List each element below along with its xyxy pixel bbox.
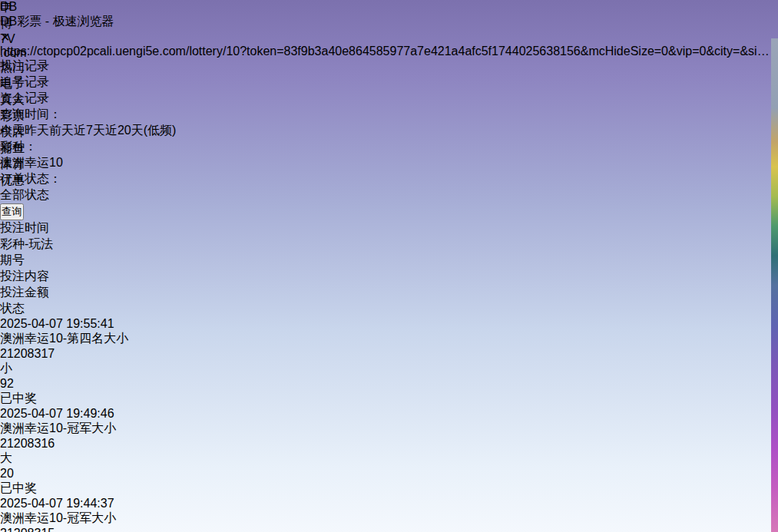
table-header: 投注时间彩种-玩法期号投注内容投注金额状态 <box>0 220 778 317</box>
header-cell: 期号 <box>0 253 778 269</box>
brand-logo[interactable]: 申 博 7V .com <box>0 0 778 60</box>
header-cell: 投注内容 <box>0 269 778 285</box>
table-row: 2025-04-07 19:49:46澳洲幸运10-冠军大小21208316大2… <box>0 407 778 497</box>
brand-sub-text: .com <box>0 46 778 60</box>
nav-item[interactable]: 电子 <box>0 76 778 92</box>
status-select[interactable]: 全部状态 <box>0 187 778 203</box>
header-cell: 状态 <box>0 301 778 317</box>
header-cell: 彩种-玩法 <box>0 236 778 253</box>
nav-item[interactable]: 优惠 <box>0 173 778 189</box>
cell-status: 已中奖 <box>0 481 778 497</box>
cell-status: 已中奖 <box>0 391 778 407</box>
nav-item[interactable]: 彩票 <box>0 108 778 124</box>
query-button[interactable]: 查询 <box>0 203 24 220</box>
site-topbar: 申 博 7V .com 热门电子真人彩票棋牌捕鱼体育优惠 <box>0 0 778 38</box>
nav-item[interactable]: 棋牌 <box>0 124 778 140</box>
table-row: 2025-04-07 19:55:41澳洲幸运10-第四名大小21208317小… <box>0 317 778 407</box>
cell-amount: 92 <box>0 377 778 391</box>
brand-main-text: 7V <box>0 32 778 46</box>
cell-game: 澳洲幸运10-冠军大小 <box>0 421 778 437</box>
cell-time: 2025-04-07 19:55:41 <box>0 317 778 331</box>
cell-game: 澳洲幸运10-第四名大小 <box>0 331 778 347</box>
cell-content: 小 <box>0 361 778 377</box>
cell-time: 2025-04-07 19:44:37 <box>0 497 778 511</box>
cell-issue: 21208316 <box>0 437 778 451</box>
table-row: 2025-04-07 19:44:37澳洲幸运10-冠军大小21208315小5… <box>0 497 778 532</box>
nav-item[interactable]: 热门 <box>0 60 778 76</box>
cell-issue: 21208317 <box>0 347 778 361</box>
status-select-value: 全部状态 <box>0 188 49 201</box>
cell-issue: 21208315 <box>0 527 778 532</box>
brand-badge: 博 <box>0 16 778 32</box>
cell-time: 2025-04-07 19:49:46 <box>0 407 778 421</box>
header-cell: 投注时间 <box>0 220 778 236</box>
main-nav: 热门电子真人彩票棋牌捕鱼体育优惠 <box>0 60 778 189</box>
nav-item[interactable]: 捕鱼 <box>0 140 778 157</box>
cell-content: 大 <box>0 451 778 467</box>
nav-item[interactable]: 真人 <box>0 92 778 108</box>
brand-badge: 申 <box>0 0 778 16</box>
table-body: 2025-04-07 19:55:41澳洲幸运10-第四名大小21208317小… <box>0 317 778 532</box>
header-cell: 投注金额 <box>0 285 778 301</box>
nav-item[interactable]: 体育 <box>0 157 778 173</box>
cell-game: 澳洲幸运10-冠军大小 <box>0 511 778 527</box>
brand-badges: 申 博 <box>0 0 778 32</box>
bets-table: 投注时间彩种-玩法期号投注内容投注金额状态 2025-04-07 19:55:4… <box>0 220 778 532</box>
cell-amount: 20 <box>0 467 778 481</box>
